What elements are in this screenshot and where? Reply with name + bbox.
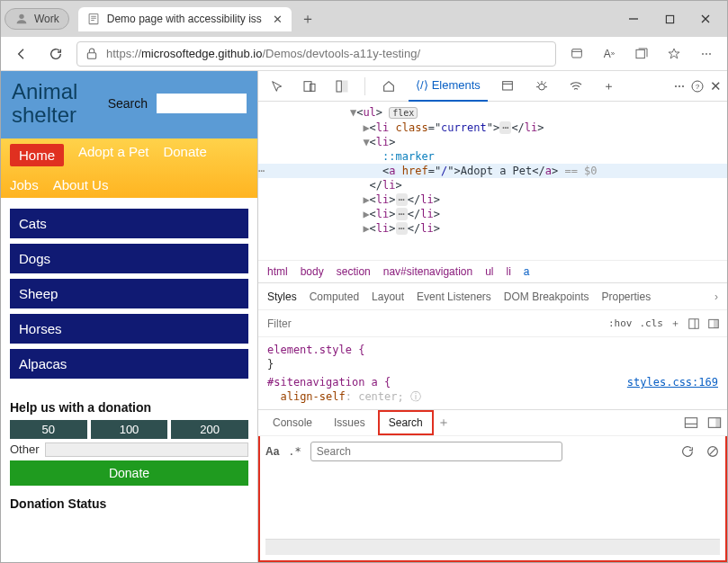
- stylesheet-link[interactable]: styles.css:169: [627, 375, 718, 389]
- clear-search-icon[interactable]: [706, 444, 720, 459]
- donation-heading: Help us with a donation: [10, 400, 248, 415]
- browser-toolbar: https://microsoftedge.github.io/Demos/de…: [1, 37, 727, 71]
- tab-welcome[interactable]: [374, 74, 403, 99]
- dom-breadcrumb[interactable]: html body section nav#sitenavigation ul …: [258, 260, 727, 283]
- page-header: Animal shelter Search: [1, 71, 257, 139]
- svg-rect-15: [689, 318, 699, 328]
- profile-button[interactable]: Work: [4, 8, 69, 30]
- search-input[interactable]: [157, 94, 247, 113]
- device-toggle-icon[interactable]: [296, 73, 323, 100]
- nav-adopt[interactable]: Adopt a Pet: [78, 144, 148, 166]
- nav-home[interactable]: Home: [10, 144, 64, 166]
- list-item[interactable]: Dogs: [10, 244, 248, 273]
- tabs-add-icon[interactable]: ＋: [596, 73, 622, 100]
- dock-icon[interactable]: [684, 416, 698, 429]
- site-title: Animal shelter: [12, 80, 99, 128]
- menu-button[interactable]: ⋯: [693, 40, 720, 67]
- inspect-icon[interactable]: [264, 73, 291, 100]
- devtools-toolbar: ⟨/⟩Elements ＋ ⋯ ? ✕: [258, 71, 727, 102]
- nav-jobs[interactable]: Jobs: [10, 177, 39, 192]
- nav-about[interactable]: About Us: [53, 177, 109, 192]
- subtab-event-listeners[interactable]: Event Listeners: [417, 290, 491, 303]
- donate-button[interactable]: Donate: [10, 460, 248, 486]
- crumb[interactable]: a: [524, 265, 530, 278]
- donation-status-heading: Donation Status: [10, 496, 248, 511]
- close-window-button[interactable]: [688, 5, 724, 32]
- tab-sources-bug-icon[interactable]: [527, 74, 556, 99]
- styles-subtabs: Styles Computed Layout Event Listeners D…: [258, 283, 727, 310]
- subtab-layout[interactable]: Layout: [372, 290, 404, 303]
- crumb[interactable]: nav#sitenavigation: [383, 265, 472, 278]
- list-item[interactable]: Sheep: [10, 279, 248, 308]
- maximize-button[interactable]: [652, 5, 688, 32]
- elements-tree[interactable]: ▼<ul> flex ▶<li class="current">⋯</li> ▼…: [258, 102, 727, 260]
- drawer-tabs: Console Issues Search ＋: [258, 409, 727, 436]
- crumb[interactable]: li: [506, 265, 510, 278]
- collections-icon[interactable]: [628, 40, 655, 67]
- app-install-icon[interactable]: [563, 40, 590, 67]
- crumb[interactable]: section: [337, 265, 371, 278]
- drawer-tab-issues[interactable]: Issues: [325, 412, 374, 433]
- drawer-tab-search[interactable]: Search: [378, 410, 434, 435]
- chevron-right-icon[interactable]: ›: [715, 290, 718, 303]
- tab-app-icon[interactable]: [493, 74, 522, 99]
- crumb[interactable]: ul: [485, 265, 493, 278]
- refresh-search-icon[interactable]: [680, 444, 695, 459]
- subtab-styles[interactable]: Styles: [267, 290, 297, 303]
- svg-rect-3: [666, 15, 673, 22]
- favorites-icon[interactable]: [661, 40, 688, 67]
- hov-toggle[interactable]: :hov: [608, 317, 633, 329]
- profile-label: Work: [34, 13, 59, 25]
- subtab-properties[interactable]: Properties: [602, 290, 652, 303]
- close-devtools-icon[interactable]: ✕: [710, 78, 722, 94]
- drawer-add-tab-icon[interactable]: ＋: [437, 415, 450, 431]
- subtab-computed[interactable]: Computed: [310, 290, 359, 303]
- site-info-icon[interactable]: [85, 47, 99, 61]
- screencast-icon[interactable]: [328, 73, 355, 100]
- amount-button[interactable]: 200: [171, 420, 248, 439]
- svg-point-12: [538, 84, 544, 90]
- read-aloud-icon[interactable]: A»: [596, 40, 623, 67]
- help-icon[interactable]: ?: [690, 79, 705, 94]
- tab-elements[interactable]: ⟨/⟩Elements: [409, 71, 488, 102]
- address-bar[interactable]: https://microsoftedge.github.io/Demos/de…: [76, 41, 556, 67]
- list-item[interactable]: Horses: [10, 314, 248, 344]
- svg-point-0: [19, 14, 23, 19]
- list-item[interactable]: Alpacas: [10, 349, 248, 379]
- demo-page: Animal shelter Search Home Adopt a Pet D…: [1, 71, 257, 562]
- panel-icon[interactable]: [707, 416, 722, 429]
- toggle-icon[interactable]: [707, 317, 720, 330]
- back-button[interactable]: [8, 40, 35, 67]
- new-tab-button[interactable]: ＋: [295, 6, 320, 31]
- drawer-tab-console[interactable]: Console: [264, 412, 321, 433]
- list-item[interactable]: Cats: [10, 209, 248, 238]
- tab-network-icon[interactable]: [562, 74, 590, 99]
- new-rule-icon[interactable]: ＋: [670, 317, 680, 330]
- amount-button[interactable]: 50: [10, 420, 87, 439]
- svg-rect-9: [337, 81, 341, 92]
- styles-filter-input[interactable]: [258, 310, 601, 336]
- main-nav: Home Adopt a Pet Donate Jobs About Us: [1, 139, 257, 198]
- amount-button[interactable]: 100: [91, 420, 168, 439]
- donation-amount-row: 50 100 200: [1, 420, 257, 439]
- crumb[interactable]: html: [267, 265, 288, 278]
- refresh-button[interactable]: [42, 40, 69, 67]
- crumb[interactable]: body: [301, 265, 324, 278]
- other-amount-input[interactable]: [45, 442, 248, 457]
- nav-donate[interactable]: Donate: [163, 144, 206, 166]
- svg-rect-8: [310, 84, 315, 91]
- close-tab-icon[interactable]: ✕: [273, 13, 283, 26]
- search-label: Search: [108, 96, 148, 111]
- minimize-button[interactable]: [616, 5, 652, 32]
- styles-pane[interactable]: element.style { } styles.css:169#sitenav…: [258, 337, 727, 409]
- match-case-toggle[interactable]: Aa: [265, 445, 279, 458]
- cls-toggle[interactable]: .cls: [640, 317, 664, 329]
- more-tools-button[interactable]: ⋯: [674, 80, 685, 93]
- computed-sidebar-icon[interactable]: [688, 317, 700, 330]
- search-drawer: Aa .*: [258, 436, 727, 562]
- tab-title: Demo page with accessibility iss: [107, 13, 262, 25]
- subtab-dom-breakpoints[interactable]: DOM Breakpoints: [504, 290, 589, 303]
- search-drawer-input[interactable]: [310, 442, 562, 461]
- browser-tab[interactable]: Demo page with accessibility iss ✕: [78, 7, 292, 31]
- regex-toggle[interactable]: .*: [288, 445, 301, 458]
